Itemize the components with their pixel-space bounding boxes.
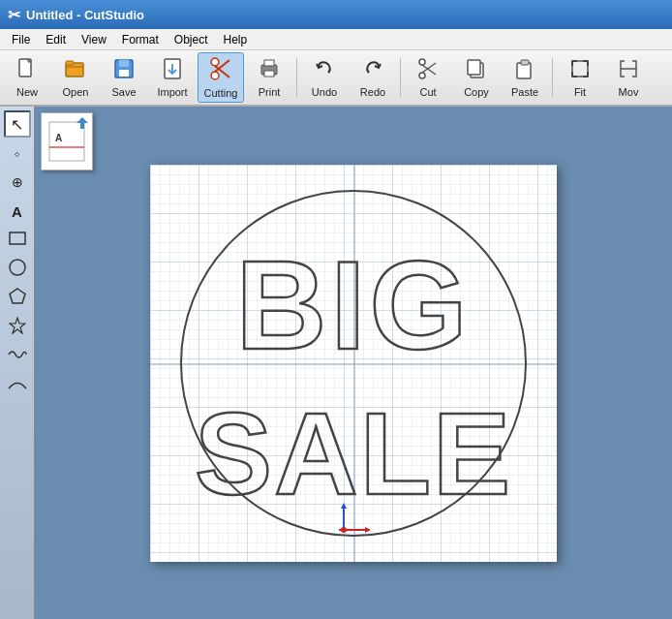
svg-marker-31 <box>10 289 25 303</box>
text-icon: A <box>12 203 22 220</box>
cut-label: Cut <box>419 86 436 98</box>
window-title: Untitled - CutStudio <box>26 8 144 22</box>
design-canvas: BIG SALE <box>150 165 557 562</box>
svg-rect-29 <box>10 232 25 244</box>
document-thumbnails: A <box>37 108 97 174</box>
svg-rect-5 <box>119 60 129 67</box>
rectangle-tool[interactable] <box>4 227 31 254</box>
copy-icon <box>465 57 488 84</box>
design-svg: BIG SALE <box>169 179 537 547</box>
menu-format[interactable]: Format <box>114 31 167 48</box>
new-label: New <box>16 86 38 98</box>
star-tool[interactable] <box>4 314 31 341</box>
paste-button[interactable]: Paste <box>502 52 548 103</box>
menu-edit[interactable]: Edit <box>38 31 74 48</box>
svg-marker-37 <box>341 503 347 509</box>
menu-file[interactable]: File <box>4 31 38 48</box>
svg-point-30 <box>10 260 25 275</box>
print-label: Print <box>259 86 281 98</box>
svg-point-16 <box>419 59 425 65</box>
menubar: File Edit View Format Object Help <box>0 29 672 50</box>
svg-marker-39 <box>365 527 371 533</box>
cutting-icon <box>208 56 233 85</box>
app-icon: ✂ <box>8 6 20 24</box>
toolbar-separator-2 <box>400 58 401 97</box>
move-button[interactable]: Mov <box>605 52 652 103</box>
menu-view[interactable]: View <box>74 31 114 48</box>
toolbox: ↖ ⬦ ⊕ A <box>0 107 35 619</box>
save-label: Save <box>111 86 136 98</box>
import-icon <box>161 57 184 84</box>
fit-label: Fit <box>574 86 586 98</box>
svg-rect-14 <box>264 71 274 77</box>
zoom-icon: ⊕ <box>12 174 23 190</box>
wave-icon <box>8 348 27 365</box>
select-tool[interactable]: ↖ <box>4 110 31 138</box>
svg-rect-20 <box>468 60 480 75</box>
text-tool[interactable]: A <box>4 198 31 225</box>
print-icon <box>258 57 281 84</box>
move-icon <box>617 57 640 84</box>
toolbar: New Open Save Import Cutting Print <box>0 50 672 107</box>
move-label: Mov <box>619 86 639 98</box>
cutting-button[interactable]: Cutting <box>198 52 244 103</box>
thumb-content: A <box>42 113 92 170</box>
star-icon <box>9 317 26 338</box>
node-tool[interactable]: ⬦ <box>4 139 31 167</box>
paste-label: Paste <box>511 86 538 98</box>
svg-rect-23 <box>572 61 588 77</box>
open-icon <box>64 57 87 84</box>
canvas-area[interactable]: BIG SALE <box>35 107 672 619</box>
cut-button[interactable]: Cut <box>405 52 451 103</box>
svg-rect-13 <box>264 60 274 66</box>
node-icon: ⬦ <box>14 146 20 160</box>
print-button[interactable]: Print <box>246 52 292 103</box>
svg-text:BIG: BIG <box>235 234 471 376</box>
import-button[interactable]: Import <box>149 52 196 103</box>
open-label: Open <box>63 86 89 98</box>
ellipse-icon <box>9 259 26 280</box>
svg-rect-6 <box>119 70 129 77</box>
coordinate-axes <box>334 501 373 542</box>
new-button[interactable]: New <box>4 52 50 103</box>
undo-label: Undo <box>312 86 337 98</box>
redo-label: Redo <box>360 86 385 98</box>
wave-tool[interactable] <box>4 343 31 370</box>
svg-point-15 <box>419 73 425 78</box>
save-icon <box>112 57 136 84</box>
svg-rect-3 <box>66 61 74 65</box>
ellipse-tool[interactable] <box>4 256 31 283</box>
select-icon: ↖ <box>11 115 23 134</box>
zoom-tool[interactable]: ⊕ <box>4 169 31 196</box>
undo-icon <box>313 57 336 84</box>
redo-icon <box>361 57 384 84</box>
paste-icon <box>513 57 536 84</box>
copy-label: Copy <box>464 86 489 98</box>
menu-object[interactable]: Object <box>167 31 216 48</box>
polygon-tool[interactable] <box>4 285 31 312</box>
curve-tool[interactable] <box>4 372 31 399</box>
svg-point-9 <box>211 58 219 66</box>
svg-marker-28 <box>76 117 88 129</box>
menu-help[interactable]: Help <box>216 31 256 48</box>
redo-button[interactable]: Redo <box>350 52 396 103</box>
open-button[interactable]: Open <box>52 52 99 103</box>
svg-point-8 <box>211 72 219 79</box>
document-thumb[interactable]: A <box>41 112 93 170</box>
toolbar-separator-1 <box>296 58 297 97</box>
svg-text:SALE: SALE <box>195 388 512 518</box>
fit-icon <box>568 57 592 84</box>
toolbar-separator-3 <box>552 58 553 97</box>
svg-point-40 <box>341 527 347 533</box>
undo-button[interactable]: Undo <box>301 52 348 103</box>
polygon-icon <box>9 288 26 309</box>
cutting-label: Cutting <box>204 87 238 99</box>
new-icon <box>15 57 39 84</box>
curve-icon <box>8 377 27 394</box>
copy-button[interactable]: Copy <box>453 52 500 103</box>
fit-button[interactable]: Fit <box>557 52 603 103</box>
import-label: Import <box>157 86 187 98</box>
save-button[interactable]: Save <box>101 52 147 103</box>
titlebar: ✂ Untitled - CutStudio <box>0 0 672 29</box>
cut-icon <box>416 57 440 84</box>
